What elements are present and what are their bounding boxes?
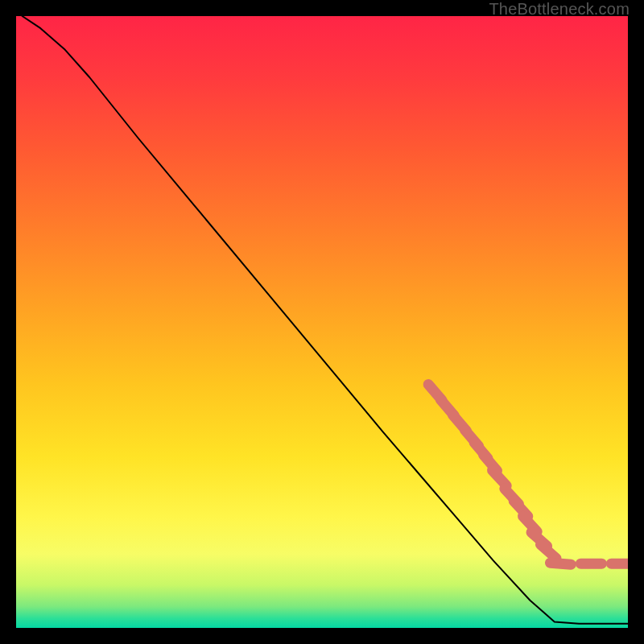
chart-frame: TheBottleneck.com: [0, 0, 644, 644]
marker-dash: [550, 563, 571, 564]
watermark-text: TheBottleneck.com: [489, 0, 630, 19]
plot-area: [16, 16, 628, 628]
chart-svg: [16, 16, 628, 628]
